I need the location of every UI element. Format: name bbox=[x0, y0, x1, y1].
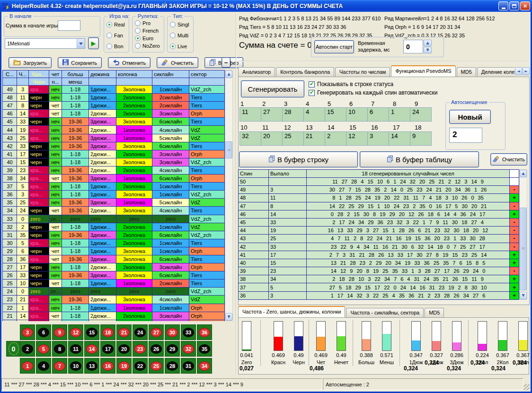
maximize-button[interactable] bbox=[509, 1, 519, 10]
start-sum-input[interactable] bbox=[58, 20, 80, 31]
window-title: HelperRoullet 4.32- create helperroullet… bbox=[12, 3, 343, 9]
scroll-down-icon[interactable]: ▼ bbox=[225, 313, 232, 321]
board-cell-23[interactable]: 23 bbox=[133, 341, 148, 357]
board-cell-8[interactable]: 8 bbox=[52, 341, 67, 357]
checkbox-checked[interactable]: Показывать в строке статуса bbox=[309, 81, 437, 87]
board-cell-36[interactable]: 36 bbox=[197, 324, 212, 340]
radio-option-nozero[interactable]: NoZero bbox=[135, 43, 164, 49]
board-cell-4[interactable]: 4 bbox=[36, 358, 51, 374]
spins-scroll-thumb[interactable]: ≡ bbox=[520, 208, 527, 290]
clear-button[interactable]: Очистить bbox=[157, 57, 198, 68]
scroll-up-icon[interactable]: ▲ bbox=[520, 170, 527, 177]
board-cell-25[interactable]: 25 bbox=[149, 358, 164, 374]
tab-2[interactable]: Частоты по числам bbox=[335, 67, 390, 77]
tab-4[interactable]: MD5 bbox=[457, 67, 476, 77]
load-button[interactable]: Загрузить bbox=[9, 57, 52, 68]
close-button[interactable]: × bbox=[520, 1, 530, 10]
history-cell: 33 bbox=[17, 118, 29, 126]
scroll-down-icon[interactable]: ▼ bbox=[520, 292, 527, 299]
spins-scrollbar[interactable]: ▲ ≡ ▼ bbox=[519, 169, 527, 300]
scroll-up-icon[interactable]: ▲ bbox=[225, 70, 232, 78]
autospin-start-button[interactable]: Автоспин старт bbox=[314, 40, 354, 53]
play-button[interactable]: ▶ bbox=[88, 37, 99, 49]
tab-scroll-right-icon[interactable]: ► bbox=[523, 67, 530, 75]
board-cell-9[interactable]: 9 bbox=[52, 324, 67, 340]
profile-combobox[interactable]: 1Melonati bbox=[5, 38, 85, 49]
freq-tab-0[interactable]: Частота - Zero, шансы, дюжины, колонки bbox=[238, 306, 345, 318]
radio-option-french[interactable]: French bbox=[135, 28, 164, 34]
number-chip: 34 bbox=[199, 361, 210, 371]
board-cell-27[interactable]: 27 bbox=[149, 324, 164, 340]
checkbox-checked[interactable]: Генерировать на каждый спин автоматическ… bbox=[309, 89, 437, 96]
board-cell-14[interactable]: 14 bbox=[84, 341, 99, 357]
radio-option-fan[interactable]: Fan bbox=[106, 33, 129, 38]
copy-table-button[interactable]: В буфер таблицу bbox=[360, 151, 479, 167]
collapse-button[interactable]: − bbox=[222, 57, 231, 68]
history-cell: чет bbox=[49, 102, 62, 110]
history-cell: 19 bbox=[17, 126, 29, 134]
board-cell-11[interactable]: 11 bbox=[68, 341, 83, 357]
radio-label: Bon bbox=[114, 44, 124, 49]
generate-button[interactable]: Сгенерировать bbox=[241, 80, 304, 97]
radio-option-bon[interactable]: Bon bbox=[106, 44, 129, 49]
delay-value[interactable]: 0 bbox=[403, 40, 423, 53]
board-cell-7[interactable]: 7 bbox=[52, 358, 67, 374]
board-cell-20[interactable]: 20 bbox=[116, 341, 132, 357]
board-cell-3[interactable]: 3 bbox=[20, 324, 35, 340]
minimize-button[interactable] bbox=[498, 1, 508, 10]
board-cell-zero[interactable]: 0 bbox=[6, 341, 21, 357]
board-cell-5[interactable]: 5 bbox=[36, 341, 51, 357]
board-cell-26[interactable]: 26 bbox=[149, 341, 164, 357]
tab-scroll-left-icon[interactable]: ◄ bbox=[515, 67, 522, 75]
new-shift-button[interactable]: Новый bbox=[449, 110, 491, 124]
board-cell-18[interactable]: 18 bbox=[100, 324, 115, 340]
tab-0[interactable]: Анализатор bbox=[238, 67, 275, 77]
board-cell-2[interactable]: 2 bbox=[20, 341, 35, 357]
history-cell: Tiers bbox=[189, 102, 225, 110]
radio-option-live[interactable]: Live bbox=[170, 44, 193, 49]
board-cell-32[interactable]: 32 bbox=[181, 341, 196, 357]
spinner-up-icon[interactable]: ▲ bbox=[424, 40, 432, 46]
history-scroll-thumb[interactable]: ≡ bbox=[225, 141, 232, 158]
spinner-down-icon[interactable]: ▼ bbox=[424, 47, 432, 53]
radio-option-multi[interactable]: Multi bbox=[170, 33, 193, 38]
freq-tab-1[interactable]: Частота - сиклайны, сектора bbox=[346, 308, 424, 318]
history-scrollbar[interactable]: ▲ ≡ ▼ bbox=[225, 70, 233, 321]
undo-button[interactable]: Отменить bbox=[108, 57, 151, 68]
radio-option-euro[interactable]: Euro bbox=[135, 35, 164, 41]
board-cell-15[interactable]: 15 bbox=[84, 324, 99, 340]
radio-option-real[interactable]: Real bbox=[106, 22, 129, 27]
resize-grip[interactable] bbox=[523, 384, 530, 390]
copy-row-button[interactable]: В буфер строку bbox=[239, 151, 358, 167]
history-cell: 3дюжи... bbox=[89, 231, 116, 239]
board-cell-35[interactable]: 35 bbox=[197, 341, 212, 357]
autoshift-value[interactable]: 2 bbox=[449, 128, 482, 143]
board-cell-1[interactable]: 1 bbox=[20, 358, 35, 374]
board-cell-21[interactable]: 21 bbox=[116, 324, 132, 340]
board-cell-19[interactable]: 19 bbox=[116, 358, 132, 374]
tab-1[interactable]: Контроль банкролла bbox=[276, 67, 334, 77]
board-cell-24[interactable]: 24 bbox=[133, 324, 148, 340]
radio-option-pro[interactable]: Pro bbox=[135, 20, 164, 26]
board-cell-13[interactable]: 13 bbox=[84, 358, 99, 374]
board-cell-33[interactable]: 33 bbox=[181, 324, 196, 340]
board-cell-29[interactable]: 29 bbox=[165, 341, 180, 357]
board-cell-12[interactable]: 12 bbox=[68, 324, 83, 340]
board-cell-30[interactable]: 30 bbox=[165, 324, 180, 340]
board-cell-16[interactable]: 16 bbox=[100, 358, 115, 374]
tab-3[interactable]: Функционал PsevdoMS bbox=[391, 65, 455, 77]
tab-5[interactable]: Деление колеса на bbox=[477, 67, 514, 77]
panel-splitter[interactable] bbox=[236, 13, 237, 375]
board-cell-31[interactable]: 31 bbox=[181, 358, 196, 374]
board-cell-34[interactable]: 34 bbox=[197, 358, 212, 374]
clear-generator-button[interactable]: Очистить bbox=[490, 153, 527, 166]
board-cell-10[interactable]: 10 bbox=[68, 358, 83, 374]
radio-option-singl[interactable]: Singl bbox=[170, 22, 193, 27]
board-cell-22[interactable]: 22 bbox=[133, 358, 148, 374]
save-button[interactable]: Сохранить bbox=[58, 57, 102, 68]
freq-tab-2[interactable]: MD5 bbox=[425, 308, 444, 318]
combo-dropdown-button[interactable] bbox=[77, 39, 85, 48]
board-cell-6[interactable]: 6 bbox=[36, 324, 51, 340]
board-cell-17[interactable]: 17 bbox=[100, 341, 115, 357]
board-cell-28[interactable]: 28 bbox=[165, 358, 180, 374]
